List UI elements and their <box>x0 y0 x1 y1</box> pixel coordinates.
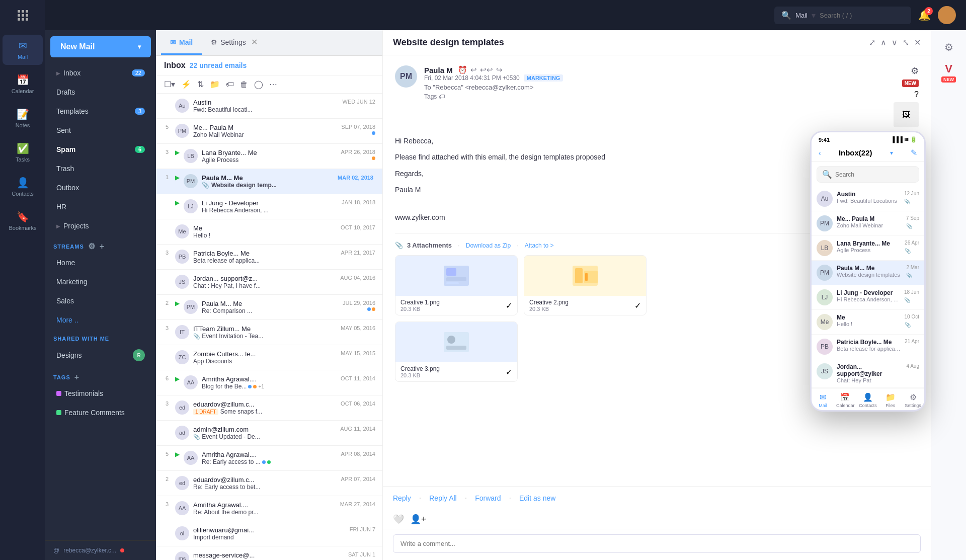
folder-outbox[interactable]: Outbox <box>48 179 153 197</box>
folder-drafts[interactable]: Drafts <box>48 83 153 101</box>
folder-tool[interactable]: 📁 <box>210 79 220 89</box>
email-item-3[interactable]: 3 ▶ LB Lana Bryante... Me Agile Process … <box>156 144 382 169</box>
reply-all-link[interactable]: Reply All <box>429 494 456 502</box>
reply-icon[interactable]: ↩ <box>470 65 477 74</box>
phone-email-item-8[interactable]: JS Jordan... support@zylker Chat: Hey Pa… <box>812 359 924 388</box>
tag-tool[interactable]: 🏷 <box>226 80 234 89</box>
reply-all-icon[interactable]: ↩↩ <box>480 65 493 74</box>
streams-add-icon[interactable]: + <box>100 242 105 251</box>
prev-email-icon[interactable]: ∧ <box>880 38 887 47</box>
stream-sales[interactable]: Sales <box>48 292 153 310</box>
email-item-5[interactable]: ▶ LJ Li Jung - Developer Hi Rebecca Ande… <box>156 194 382 219</box>
reminder-icon[interactable]: ⏰ <box>458 65 467 74</box>
phone-compose-icon[interactable]: ✎ <box>911 148 917 157</box>
sidebar-item-contacts[interactable]: 👤 Contacts <box>3 172 43 202</box>
search-scope[interactable]: Mail <box>795 12 808 19</box>
heart-reaction[interactable]: 🤍 <box>393 514 404 525</box>
email-item-19[interactable]: ms message-service@... 📎 Invoice from In… <box>156 546 382 560</box>
email-item-7[interactable]: 3 PB Patricia Boyle... Me Beta release o… <box>156 245 382 270</box>
next-email-icon[interactable]: ∨ <box>892 38 898 47</box>
sidebar-item-mail[interactable]: ✉ Mail <box>3 35 43 65</box>
phone-email-item-3[interactable]: LB Lana Bryante... Me Agile Process 26 A… <box>812 236 924 261</box>
attachment-card-2[interactable]: Creative 2.png 20.3 KB ✓ <box>524 255 647 315</box>
phone-email-item-1[interactable]: Au Austin Fwd: Beautiful Locations 12 Ju… <box>812 187 924 211</box>
email-item-11[interactable]: ZC Zombie Cutters... le... App Discounts… <box>156 345 382 370</box>
phone-footer-contacts[interactable]: 👤 Contacts <box>857 392 879 408</box>
email-item-13[interactable]: 3 ed eduardov@zillum.c... 1 DRAFT Some s… <box>156 395 382 421</box>
tab-settings[interactable]: ⚙ Settings ✕ <box>202 30 267 55</box>
email-item-17[interactable]: 3 AA Amritha Agrawal.... Re: About the d… <box>156 496 382 521</box>
stream-more[interactable]: More .. <box>48 311 153 329</box>
tag-add-icon[interactable]: 🏷 <box>439 93 445 100</box>
phone-email-item-7[interactable]: PB Patricia Boyle... Me Beta release for… <box>812 335 924 359</box>
folder-templates[interactable]: Templates 3 <box>48 102 153 120</box>
tab-mail[interactable]: ✉ Mail <box>161 31 202 55</box>
email-item-6[interactable]: Me Me Hello ! OCT 10, 2017 <box>156 219 382 245</box>
phone-footer-calendar[interactable]: 📅 Calendar <box>834 392 857 408</box>
folder-sent[interactable]: Sent <box>48 121 153 139</box>
open-new-window-icon[interactable]: ⤡ <box>903 38 909 47</box>
more-actions-tool dot-menu[interactable]: ⋯ <box>269 79 277 89</box>
tags-add-icon[interactable]: + <box>74 373 79 382</box>
attachment-check-3[interactable]: ✓ <box>506 367 512 377</box>
email-item-9[interactable]: 2 ▶ PM Paula M... Me Re: Comparison ... … <box>156 295 382 320</box>
email-item-4[interactable]: 1 ▶ PM Paula M... Me 📎Website design tem… <box>156 169 382 194</box>
settings-tab-close[interactable]: ✕ <box>251 37 258 47</box>
download-zip-link[interactable]: Download as Zip <box>466 242 511 249</box>
help-icon[interactable]: ? <box>914 90 919 99</box>
folder-hr[interactable]: HR <box>48 198 153 216</box>
stream-home[interactable]: Home <box>48 254 153 272</box>
phone-email-item-4[interactable]: PM Paula M... Me Website design template… <box>812 261 924 285</box>
email-item-1[interactable]: Au Austin Fwd: Beautiful locati... WED J… <box>156 94 382 119</box>
archive-tool[interactable]: ◯ <box>254 79 263 89</box>
email-item-15[interactable]: 5 ▶ AA Amritha Agrawal.... Re: Early acc… <box>156 446 382 471</box>
tag-feature-comments[interactable]: Feature Comments <box>48 404 153 422</box>
phone-search[interactable]: 🔍 <box>817 166 919 183</box>
email-item-14[interactable]: ad admin@zillum.com 📎 Event Updated - De… <box>156 421 382 446</box>
folder-inbox[interactable]: ▶ Inbox 22 <box>48 64 153 82</box>
sidebar-item-bookmarks[interactable]: 🔖 Bookmarks <box>3 206 43 236</box>
sidebar-item-notes[interactable]: 📝 Notes <box>3 103 43 133</box>
attachment-check-1[interactable]: ✓ <box>506 301 512 310</box>
phone-footer-settings[interactable]: ⚙ Settings <box>902 392 924 408</box>
phone-email-item-6[interactable]: Me Me Hello ! 10 Oct 📎 <box>812 310 924 335</box>
rp-settings-icon[interactable]: ⚙ <box>939 36 958 58</box>
stream-marketing[interactable]: Marketing <box>48 273 153 291</box>
folder-projects[interactable]: ▶ Projects <box>48 217 153 235</box>
phone-footer-mail[interactable]: ✉ Mail <box>812 392 834 408</box>
phone-filter-icon[interactable]: ▾ <box>890 149 893 156</box>
sort-tool[interactable]: ⇅ <box>197 79 204 89</box>
email-item-8[interactable]: JS Jordan... support@z... Chat : Hey Pat… <box>156 270 382 295</box>
search-input[interactable] <box>820 12 904 19</box>
comment-input[interactable] <box>393 534 921 553</box>
filter-tool[interactable]: ⚡ <box>181 79 191 89</box>
phone-search-input[interactable] <box>835 171 914 178</box>
edit-as-new-link[interactable]: Edit as new <box>519 494 555 502</box>
expand-icon[interactable]: ⤢ <box>869 38 875 47</box>
email-item-18[interactable]: ol olilienwuaru@gmai... Import demand FR… <box>156 521 382 546</box>
attachment-card-1[interactable]: Creative 1.png 20.3 KB ✓ <box>395 255 518 315</box>
phone-back-icon[interactable]: ‹ <box>819 149 821 157</box>
emoji-reaction[interactable]: 👤+ <box>410 514 427 525</box>
close-detail-icon[interactable]: ✕ <box>914 38 921 47</box>
user-avatar[interactable] <box>938 6 956 24</box>
sidebar-item-calendar[interactable]: 📅 Calendar <box>3 69 43 99</box>
folder-spam[interactable]: Spam 6 <box>48 140 153 158</box>
email-item-2[interactable]: 5 PM Me... Paula M Zoho Mail Webinar SEP… <box>156 119 382 144</box>
phone-email-item-5[interactable]: LJ Li Jung - Developer Hi Rebecca Anders… <box>812 285 924 310</box>
sidebar-item-tasks[interactable]: ✅ Tasks <box>3 137 43 168</box>
checkbox-tool[interactable]: ☐▾ <box>164 79 175 89</box>
forward-icon[interactable]: ↪ <box>496 65 503 74</box>
delete-tool[interactable]: 🗑 <box>240 80 248 89</box>
folder-trash[interactable]: Trash <box>48 159 153 178</box>
search-pill[interactable]: 🔍 Mail ▾ <box>774 7 911 24</box>
attach-to-link[interactable]: Attach to > <box>525 242 554 249</box>
streams-settings-icon[interactable]: ⚙ <box>88 242 96 251</box>
email-item-16[interactable]: 2 ed eduardov@zillum.c... Re: Early acce… <box>156 471 382 496</box>
shared-designs[interactable]: Designs R <box>48 344 153 366</box>
app-grid-icon[interactable] <box>18 10 28 21</box>
reply-link[interactable]: Reply <box>393 494 411 502</box>
phone-footer-files[interactable]: 📁 Files <box>879 392 902 408</box>
email-item-10[interactable]: 3 IT ITTeam Zillum... Me 📎 Event Invitat… <box>156 320 382 345</box>
email-item-12[interactable]: 6 ▶ AA Amritha Agrawal.... Blog for the … <box>156 370 382 395</box>
